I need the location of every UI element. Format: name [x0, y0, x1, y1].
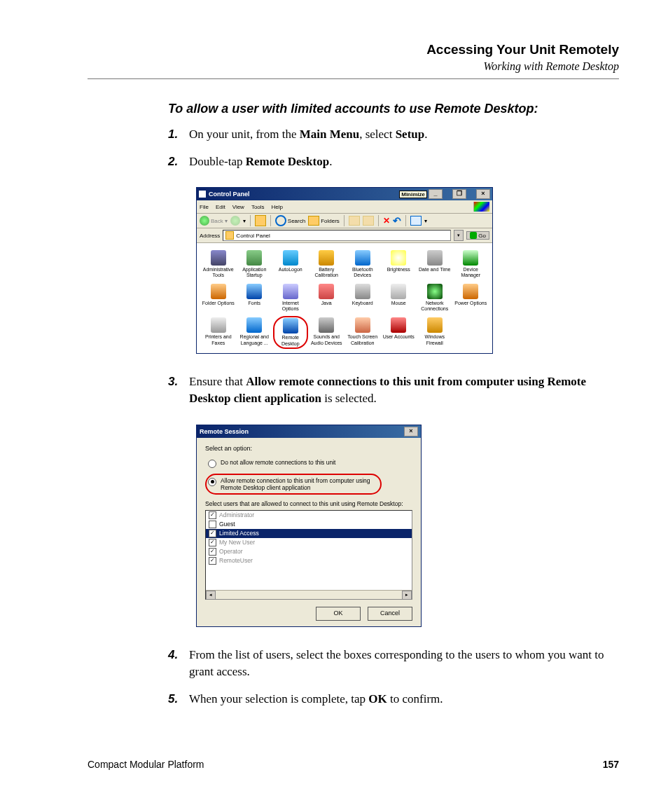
cp-item-autologon[interactable]: AutoLogon: [273, 249, 308, 280]
cp-item-touchscreen[interactable]: Touch Screen Calibration: [345, 316, 380, 348]
folders-icon[interactable]: [308, 216, 319, 226]
user-row-limited-access[interactable]: Limited Access: [206, 529, 412, 538]
user-row-guest[interactable]: Guest: [206, 520, 412, 529]
moveto-icon[interactable]: [349, 216, 360, 226]
java-icon: [319, 284, 334, 299]
radio-icon: [208, 460, 216, 468]
cp-item-firewall[interactable]: Windows Firewall: [417, 316, 452, 348]
delete-icon[interactable]: ✕: [383, 216, 390, 226]
checkbox-icon[interactable]: [209, 511, 216, 519]
cp-item-user-accounts[interactable]: User Accounts: [382, 316, 417, 348]
checkbox-icon[interactable]: [209, 548, 216, 556]
menubar: File Edit View Tools Help: [197, 200, 492, 214]
address-input[interactable]: Control Panel: [223, 230, 451, 241]
users-prompt: Select users that are allowed to connect…: [205, 500, 412, 507]
device-mgr-icon: [463, 250, 478, 266]
cancel-button[interactable]: Cancel: [368, 607, 412, 621]
user-row-my-new-user[interactable]: My New User: [206, 538, 412, 547]
menu-help[interactable]: Help: [272, 204, 283, 210]
user-list[interactable]: Administrator Guest Limited Access My Ne…: [205, 510, 412, 600]
header-subtitle: Working with Remote Desktop: [88, 60, 619, 73]
views-icon[interactable]: [410, 216, 422, 226]
step-5: 5. When your selection is complete, tap …: [168, 691, 619, 708]
radio-deny[interactable]: Do not allow remote connections to this …: [208, 459, 412, 468]
cp-item-device-mgr[interactable]: Device Manager: [454, 249, 489, 280]
forward-icon[interactable]: [230, 216, 240, 226]
horizontal-scrollbar[interactable]: ◂ ▸: [206, 590, 412, 599]
address-dropdown[interactable]: ▾: [454, 230, 464, 241]
menu-edit[interactable]: Edit: [216, 204, 225, 210]
addressbar: Address Control Panel ▾ Go: [197, 228, 492, 243]
back-icon[interactable]: [200, 216, 209, 226]
checkbox-icon[interactable]: [209, 521, 216, 528]
step-number: 3.: [168, 373, 189, 408]
search-label: Search: [288, 218, 305, 224]
brightness-icon: [391, 250, 406, 266]
cp-item-admin-tools[interactable]: Administrative Tools: [201, 249, 236, 280]
menu-tools[interactable]: Tools: [251, 204, 265, 210]
step-3: 3. Ensure that Allow remote connections …: [168, 373, 619, 408]
highlight-oval: Allow remote connection to this unit fro…: [205, 474, 382, 495]
menu-file[interactable]: File: [200, 204, 209, 210]
figure-control-panel: Control Panel Minimize _ ❐ × File Edit V…: [196, 187, 619, 353]
folders-label: Folders: [321, 218, 340, 224]
titlebar: Control Panel Minimize _ ❐ ×: [197, 188, 492, 200]
close-button[interactable]: ×: [404, 427, 418, 436]
cp-item-sounds[interactable]: Sounds and Audio Devices: [309, 316, 345, 348]
remote-session-dialog: Remote Session × Select an option: Do no…: [196, 425, 422, 627]
page-footer: Compact Modular Platform 157: [88, 759, 619, 770]
cp-item-printers[interactable]: Printers and Faxes: [201, 316, 236, 348]
internet-icon: [283, 284, 298, 299]
cp-item-mouse[interactable]: Mouse: [382, 282, 417, 313]
admin-tools-icon: [211, 250, 226, 266]
dialog-titlebar: Remote Session ×: [197, 425, 421, 438]
menu-view[interactable]: View: [232, 204, 244, 210]
checkbox-icon[interactable]: [209, 557, 216, 565]
up-icon[interactable]: [255, 215, 266, 226]
cp-item-app-startup[interactable]: Application Startup: [237, 249, 272, 280]
cp-item-datetime[interactable]: Date and Time: [417, 249, 452, 280]
step-text: When your selection is complete, tap OK …: [189, 691, 443, 708]
scroll-right-icon[interactable]: ▸: [402, 591, 412, 600]
user-row-remoteuser[interactable]: RemoteUser: [206, 556, 412, 565]
checkbox-icon[interactable]: [209, 530, 216, 537]
page-header: Accessing Your Unit Remotely Working wit…: [88, 42, 619, 73]
cp-item-keyboard[interactable]: Keyboard: [345, 282, 380, 313]
cp-item-remote-desktop[interactable]: Remote Desktop: [273, 316, 308, 348]
cp-item-java[interactable]: Java: [309, 282, 345, 313]
cp-item-power[interactable]: Power Options: [454, 282, 489, 313]
maximize-button[interactable]: ❐: [452, 189, 466, 199]
minimize-button[interactable]: _: [429, 189, 443, 199]
address-label: Address: [200, 233, 220, 239]
cp-item-regional[interactable]: Regional and Language ...: [237, 316, 272, 348]
user-row-operator[interactable]: Operator: [206, 547, 412, 556]
autologon-icon: [283, 250, 298, 266]
radio-label: Allow remote connection to this unit fro…: [221, 477, 375, 491]
ok-button[interactable]: OK: [316, 607, 361, 621]
copyto-icon[interactable]: [363, 216, 374, 226]
user-row-administrator[interactable]: Administrator: [206, 511, 412, 520]
address-icon: [225, 231, 234, 240]
step-text: Ensure that Allow remote connections to …: [189, 373, 619, 408]
scroll-left-icon[interactable]: ◂: [206, 591, 216, 600]
cp-item-bluetooth[interactable]: Bluetooth Devices: [345, 249, 380, 280]
step-number: 2.: [168, 153, 189, 171]
checkbox-icon[interactable]: [209, 539, 216, 546]
printers-icon: [211, 317, 226, 333]
firewall-icon: [427, 317, 443, 333]
go-button[interactable]: Go: [466, 231, 489, 240]
window-title: Control Panel: [209, 191, 399, 198]
cp-item-folder-opts[interactable]: Folder Options: [201, 282, 236, 313]
cp-item-internet[interactable]: Internet Options: [273, 282, 308, 313]
cp-item-battery[interactable]: Battery Calibration: [309, 249, 345, 280]
undo-icon[interactable]: ↶: [393, 215, 401, 226]
cp-item-brightness[interactable]: Brightness: [382, 249, 417, 280]
header-title: Accessing Your Unit Remotely: [88, 42, 619, 57]
user-accounts-icon: [391, 317, 406, 333]
radio-allow[interactable]: Allow remote connection to this unit fro…: [208, 477, 375, 491]
cp-item-fonts[interactable]: Fonts: [237, 282, 272, 313]
cp-item-network[interactable]: Network Connections: [417, 282, 452, 313]
step-number: 4.: [168, 647, 189, 681]
search-icon[interactable]: [275, 215, 286, 226]
close-button[interactable]: ×: [476, 189, 490, 199]
